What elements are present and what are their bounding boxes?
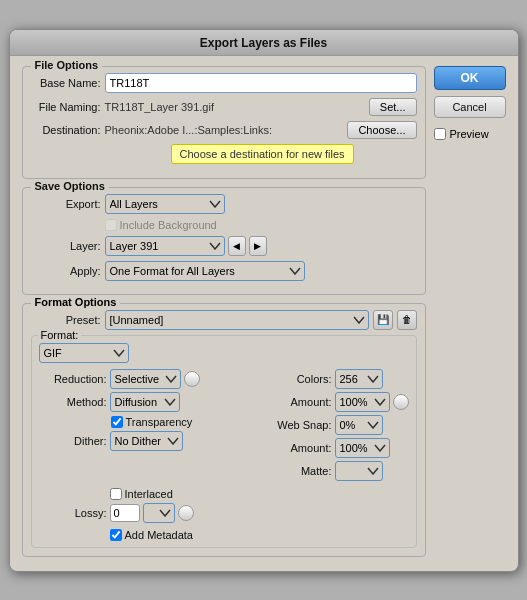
preview-checkbox[interactable] — [434, 128, 446, 140]
dither-amount-select[interactable]: 100% — [335, 438, 390, 458]
base-name-input[interactable] — [105, 73, 417, 93]
dither-row: Dither: No Dither — [39, 431, 271, 451]
colors-select[interactable]: 256 — [335, 369, 383, 389]
format-inner-group: Format: GIF Reduction: Sel — [31, 335, 417, 548]
dither-amount-label: Amount: — [277, 442, 332, 454]
bottom-checks: Interlaced Lossy: — [39, 488, 409, 541]
set-button[interactable]: Set... — [369, 98, 417, 116]
layer-select[interactable]: Layer 391 — [105, 236, 225, 256]
cancel-button[interactable]: Cancel — [434, 96, 506, 118]
preview-row: Preview — [434, 128, 506, 140]
left-col: Reduction: Selective Method: Diffus — [39, 369, 271, 484]
save-options-group: Save Options Export: All Layers Include … — [22, 187, 426, 295]
matte-label: Matte: — [277, 465, 332, 477]
include-bg-row: Include Background — [31, 219, 417, 231]
add-metadata-checkbox[interactable] — [110, 529, 122, 541]
gif-options: Reduction: Selective Method: Diffus — [39, 369, 409, 484]
layer-nav: Layer 391 ◀ ▶ — [105, 236, 267, 256]
amount-label: Amount: — [277, 396, 332, 408]
base-name-label: Base Name: — [31, 77, 101, 89]
interlaced-row: Interlaced — [39, 488, 409, 500]
preset-delete-button[interactable]: 🗑 — [397, 310, 417, 330]
layer-label: Layer: — [31, 240, 101, 252]
layer-next-button[interactable]: ▶ — [249, 236, 267, 256]
base-name-row: Base Name: — [31, 73, 417, 93]
method-label: Method: — [39, 396, 107, 408]
include-background-label: Include Background — [105, 219, 217, 231]
lossy-label: Lossy: — [39, 507, 107, 519]
side-buttons: OK Cancel Preview — [434, 66, 506, 561]
method-select[interactable]: Diffusion — [110, 392, 180, 412]
choose-button[interactable]: Choose... — [347, 121, 416, 139]
include-background-checkbox[interactable] — [105, 219, 117, 231]
amount-select[interactable]: 100% — [335, 392, 390, 412]
destination-label: Destination: — [31, 124, 101, 136]
destination-value: Pheonix:Adobe I...:Samples:Links: — [105, 124, 344, 136]
preset-row: Preset: [Unnamed] 💾 🗑 — [31, 310, 417, 330]
method-row: Method: Diffusion — [39, 392, 271, 412]
export-dialog: Export Layers as Files File Options Base… — [9, 29, 519, 572]
format-options-label: Format Options — [31, 296, 121, 308]
preset-label: Preset: — [31, 314, 101, 326]
web-snap-select[interactable]: 0% — [335, 415, 383, 435]
interlaced-checkbox[interactable] — [110, 488, 122, 500]
reduction-row: Reduction: Selective — [39, 369, 271, 389]
file-naming-value: TR118T_Layer 391.gif — [105, 101, 365, 113]
preset-save-button[interactable]: 💾 — [373, 310, 393, 330]
matte-row: Matte: — [277, 461, 409, 481]
transparency-checkbox[interactable] — [111, 416, 123, 428]
ok-button[interactable]: OK — [434, 66, 506, 90]
format-select[interactable]: GIF — [39, 343, 129, 363]
reduction-circle-button[interactable] — [184, 371, 200, 387]
transparency-row: Transparency — [39, 416, 271, 428]
file-naming-label: File Naming: — [31, 101, 101, 113]
apply-select[interactable]: One Format for All Layers — [105, 261, 305, 281]
file-naming-row: File Naming: TR118T_Layer 391.gif Set... — [31, 98, 417, 116]
dither-select[interactable]: No Dither — [110, 431, 183, 451]
dither-amount-row: Amount: 100% — [277, 438, 409, 458]
web-snap-label: Web Snap: — [277, 419, 332, 431]
export-select[interactable]: All Layers — [105, 194, 225, 214]
matte-select[interactable] — [335, 461, 383, 481]
export-row: Export: All Layers — [31, 194, 417, 214]
colors-row: Colors: 256 — [277, 369, 409, 389]
apply-row: Apply: One Format for All Layers — [31, 261, 417, 281]
reduction-select[interactable]: Selective — [110, 369, 181, 389]
reduction-label: Reduction: — [39, 373, 107, 385]
export-label: Export: — [31, 198, 101, 210]
dialog-title: Export Layers as Files — [10, 30, 518, 56]
format-options-group: Format Options Preset: [Unnamed] 💾 🗑 For… — [22, 303, 426, 557]
save-options-label: Save Options — [31, 180, 109, 192]
layer-prev-button[interactable]: ◀ — [228, 236, 246, 256]
tooltip: Choose a destination for new files — [171, 144, 354, 164]
main-area: File Options Base Name: File Naming: TR1… — [22, 66, 426, 561]
layer-row: Layer: Layer 391 ◀ ▶ — [31, 236, 417, 256]
format-inner-label: Format: — [38, 329, 82, 341]
lossy-input[interactable] — [110, 504, 140, 522]
preset-select[interactable]: [Unnamed] — [105, 310, 369, 330]
lossy-select[interactable] — [143, 503, 175, 523]
lossy-row: Lossy: — [39, 503, 409, 523]
transparency-label: Transparency — [111, 416, 193, 428]
dither-label: Dither: — [39, 435, 107, 447]
file-options-label: File Options — [31, 59, 103, 71]
web-snap-row: Web Snap: 0% — [277, 415, 409, 435]
add-metadata-row: Add Metadata — [39, 529, 409, 541]
amount-row: Amount: 100% — [277, 392, 409, 412]
apply-label: Apply: — [31, 265, 101, 277]
preview-label: Preview — [450, 128, 489, 140]
lossy-circle-button[interactable] — [178, 505, 194, 521]
destination-row: Destination: Pheonix:Adobe I...:Samples:… — [31, 121, 417, 139]
amount-circle-button[interactable] — [393, 394, 409, 410]
file-options-group: File Options Base Name: File Naming: TR1… — [22, 66, 426, 179]
colors-label: Colors: — [277, 373, 332, 385]
right-col: Colors: 256 Amount: 100% — [277, 369, 409, 484]
